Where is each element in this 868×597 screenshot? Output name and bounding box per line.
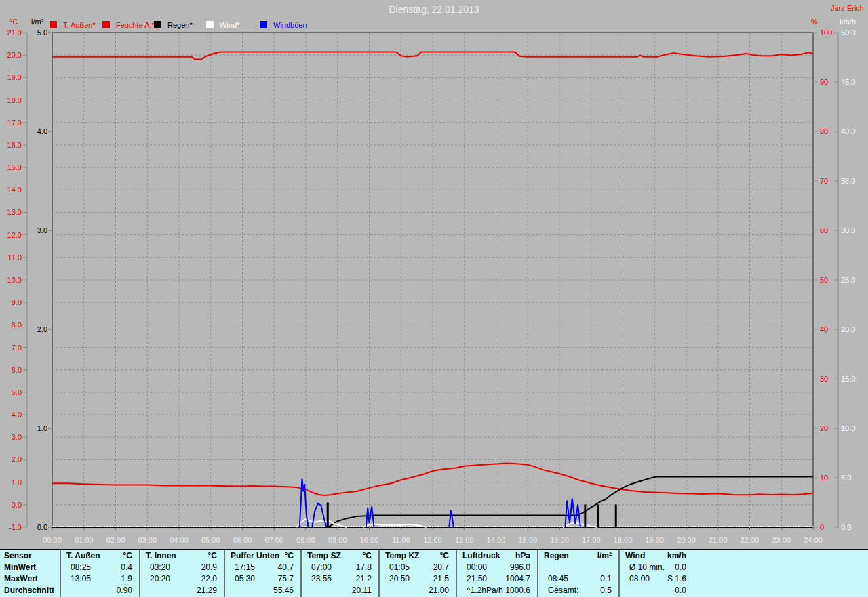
stat-time: Gesamt: [548, 585, 578, 595]
stat-value: 21.5 [433, 573, 449, 585]
svg-text:3.0: 3.0 [12, 433, 22, 441]
svg-text:1.0: 1.0 [37, 424, 47, 432]
svg-text:10: 10 [820, 474, 828, 482]
table-row: Temp SZ°C [302, 550, 378, 562]
stat-value: 21.29 [197, 585, 217, 596]
stat-time: 21:50 [467, 574, 487, 583]
stats-row-label-minwert: MinWert [0, 562, 60, 573]
svg-text:05:00: 05:00 [201, 536, 220, 544]
svg-text:2.0: 2.0 [12, 455, 22, 464]
svg-text:-1.0: -1.0 [9, 523, 22, 531]
stats-row-labels: Sensor MinWert MaxWert Durchschnitt [0, 550, 60, 597]
sensor-name: Temp SZ [307, 551, 341, 560]
sensor-unit: °C [363, 550, 372, 562]
table-row: 55.46 [225, 585, 300, 596]
stat-value: 0.90 [117, 585, 132, 596]
svg-text:01:00: 01:00 [75, 536, 94, 544]
stat-value: 1004.7 [505, 573, 530, 585]
stat-value: 0.1 [600, 573, 612, 585]
table-row: 17:1540.7 [225, 562, 300, 573]
stat-time: 01:05 [389, 562, 410, 572]
svg-text:16.0: 16.0 [7, 141, 22, 149]
stat-value: 21.00 [429, 585, 449, 596]
stat-time: 08:00 [629, 574, 650, 583]
stat-time: 05:30 [235, 574, 255, 583]
svg-text:19:00: 19:00 [645, 536, 664, 544]
svg-text:3.0: 3.0 [37, 226, 47, 234]
stats-column-puffer-unten: Puffer Unten°C 17:1540.7 05:3075.7 55.46 [224, 550, 300, 597]
svg-text:15.0: 15.0 [7, 163, 22, 171]
stat-value: 22.0 [201, 573, 217, 585]
stat-value: 0.0 [675, 585, 686, 596]
svg-text:10:00: 10:00 [360, 536, 379, 544]
stat-value: 1.9 [121, 573, 132, 585]
stat-time: 08:25 [71, 562, 91, 572]
table-row: Windkm/h [620, 550, 693, 562]
stat-value: 0.5 [600, 585, 612, 596]
stat-time: 20:20 [150, 574, 170, 583]
chart-plot-area[interactable]: 21.020.019.018.017.016.015.014.013.012.0… [0, 0, 868, 549]
svg-text:18:00: 18:00 [614, 536, 633, 544]
stat-time: ^1.2hPa/h [467, 585, 503, 595]
svg-text:15.0: 15.0 [841, 375, 855, 383]
svg-text:20.0: 20.0 [7, 51, 22, 59]
svg-text:45.0: 45.0 [841, 78, 855, 86]
sensor-unit: l/m² [597, 550, 612, 562]
table-row: 01:0520.7 [380, 562, 456, 573]
svg-text:0: 0 [820, 523, 824, 531]
stat-value: 20.11 [352, 585, 372, 596]
table-row: 00:00996.0 [457, 562, 537, 573]
stats-row-label-sensor: Sensor [0, 550, 60, 562]
sensor-unit: km/h [667, 550, 686, 562]
table-row: Puffer Unten°C [225, 550, 300, 562]
stat-value: 21.2 [356, 573, 372, 585]
table-row: 07:0017.8 [302, 562, 378, 573]
sensor-name: Wind [625, 551, 645, 560]
svg-text:25.0: 25.0 [841, 276, 855, 284]
stat-value: 75.7 [278, 573, 294, 585]
svg-text:19.0: 19.0 [7, 73, 22, 81]
stats-row-label-durchschnitt: Durchschnitt [0, 585, 60, 596]
table-row: 08:450.1 [538, 573, 618, 585]
svg-text:50: 50 [820, 276, 828, 284]
table-row: 21.29 [140, 585, 224, 596]
svg-text:11.0: 11.0 [7, 253, 22, 262]
stat-value: 996.0 [510, 562, 530, 573]
svg-text:40.0: 40.0 [841, 127, 855, 136]
svg-text:0.0: 0.0 [12, 501, 22, 509]
svg-text:30: 30 [820, 375, 828, 383]
svg-text:14:00: 14:00 [487, 536, 506, 544]
stat-value: 0.4 [121, 562, 132, 573]
svg-text:07:00: 07:00 [264, 536, 283, 544]
svg-text:60: 60 [820, 226, 828, 234]
table-row: 20:2022.0 [140, 573, 224, 585]
stats-column-temp-kz: Temp KZ°C 01:0520.7 20:5021.5 21.00 [378, 550, 456, 597]
stats-row-label-maxwert: MaxWert [0, 573, 60, 585]
svg-text:50.0: 50.0 [841, 28, 855, 37]
stat-time: 00:00 [467, 562, 487, 572]
svg-text:9.0: 9.0 [12, 298, 22, 306]
sensor-unit: °C [123, 550, 132, 562]
table-row: 13:051.9 [61, 573, 139, 585]
svg-text:40: 40 [820, 325, 828, 333]
table-row: Regenl/m² [538, 550, 618, 562]
svg-text:20:00: 20:00 [677, 536, 696, 544]
table-row: 03:2020.9 [140, 562, 224, 573]
stats-column-regen: Regenl/m² 08:450.1 Gesamt:0.5 [537, 550, 618, 597]
sensor-name: Puffer Unten [231, 551, 279, 560]
svg-text:80: 80 [820, 127, 828, 136]
stat-time: 20:50 [389, 574, 410, 583]
table-row: 23:5521.2 [302, 573, 378, 585]
stat-time: Ø 10 min. [629, 562, 665, 572]
table-row: Ø 10 min.0.0 [620, 562, 693, 573]
svg-text:24:00: 24:00 [804, 536, 823, 544]
stats-column-temp-sz: Temp SZ°C 07:0017.8 23:5521.2 20.11 [300, 550, 378, 597]
stats-table: Sensor MinWert MaxWert Durchschnitt T. A… [0, 549, 868, 597]
stats-column-luftdruck: LuftdruckhPa 00:00996.0 21:501004.7 ^1.2… [456, 550, 537, 597]
stat-value: S 1.6 [667, 573, 686, 585]
table-row: 20.11 [302, 585, 378, 596]
table-row: T. Außen°C [61, 550, 139, 562]
svg-text:15:00: 15:00 [518, 536, 537, 544]
table-row: 20:5021.5 [380, 573, 456, 585]
stat-time: 23:55 [311, 574, 332, 583]
